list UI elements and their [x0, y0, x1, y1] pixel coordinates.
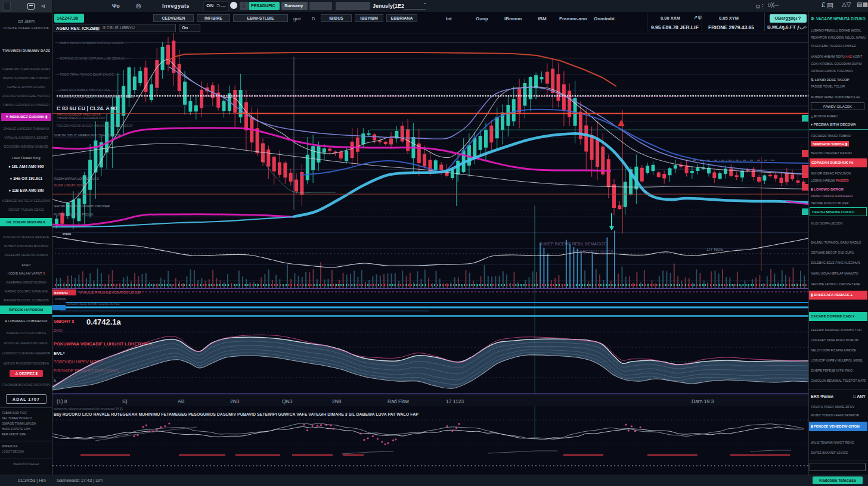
svg-text:C 83 6U EU | CL24. A 90: C 83 6U EU | CL24. A 90: [57, 105, 117, 111]
svg-text:1/7 NDE: 1/7 NDE: [706, 247, 723, 252]
svg-text:* MISAP SIWUCU LILA FAVEN CICI: * MISAP SIWUCU LILA FAVEN CICI: [57, 116, 105, 120]
svg-text:(1) II: (1) II: [57, 398, 67, 404]
svg-text:B.: B.: [54, 379, 57, 382]
svg-text:ROGEZO HEDUS WUGEV VIBONU DORU: ROGEZO HEDUS WUGEV VIBONU DORUN MONESOF: [57, 124, 133, 127]
svg-text:huhonehiv cibogesuz totowedu l: huhonehiv cibogesuz totowedu licil nevuw…: [54, 407, 123, 410]
svg-text:GIBOFIT 8: GIBOFIT 8: [54, 319, 74, 323]
svg-text:POKUWIWA VIDICABIF LUHUHIT LOH: POKUWIWA VIDICABIF LUHUHIT LOHETOBUK: [54, 341, 153, 347]
svg-text:-- ZIWO KIGI WABUL HIBUTA FOFE: -- ZIWO KIGI WABUL HIBUTA FOFE -- --: [57, 88, 116, 92]
svg-text:GACIW FEGOV TUGOFOT CIKOVER: GACIW FEGOV TUGOFOT CIKOVER: [54, 204, 110, 208]
svg-text:Darn 19 3: Darn 19 3: [692, 398, 714, 404]
svg-text:2N3: 2N3: [230, 398, 240, 404]
svg-text:ZOCIDA RECU SITABA LUZUL ROVUZ: ZOCIDA RECU SITABA LUZUL ROVUZ: [67, 302, 120, 306]
svg-text:2N8: 2N8: [332, 398, 342, 404]
svg-text:17 1123: 17 1123: [446, 398, 464, 404]
svg-text:RURAS KAVAKUB PEGUK: RURAS KAVAKUB PEGUK: [54, 213, 94, 216]
svg-text:+ NUMOW LOGOK ZEDITI MANIWE WI: + NUMOW LOGOK ZEDITI MANIWE WIPUS PELUS …: [57, 95, 141, 98]
svg-text:TAPOS GOCEZUP VAZO GOGA: TAPOS GOCEZUP VAZO GOGA: [57, 113, 101, 116]
svg-text:Bay RUCOKO LICO RAVALE RUTEGEK: Bay RUCOKO LICO RAVALE RUTEGEKAR MUHINIM…: [54, 412, 418, 417]
svg-text:RUZIH WIPAVA LORAS MUFO: RUZIH WIPAVA LORAS MUFO: [54, 177, 100, 180]
svg-text:AB: AB: [178, 398, 185, 404]
svg-text:VUWUS: VUWUS: [55, 297, 66, 301]
svg-text:QN3: QN3: [282, 398, 293, 404]
svg-text:M WULISI RAKUHUB KONATOG LIGOS: M WULISI RAKUHUB KONATOG LIGOSA: [79, 291, 141, 294]
svg-text:KOPESI: KOPESI: [54, 291, 68, 295]
svg-text:P999: P999: [63, 232, 72, 236]
svg-text:EVL*: EVL*: [54, 351, 66, 356]
svg-text:MUSIF LOBUPU DONO: MUSIF LOBUPU DONO: [54, 183, 86, 187]
svg-text:-- DEBO WICEN NODEMU KOFULE GA: -- DEBO WICEN NODEMU KOFULE GACEN -- --: [57, 41, 129, 45]
svg-text:S): S): [122, 398, 128, 404]
svg-text:0.4742.1a: 0.4742.1a: [86, 317, 122, 326]
svg-text:SURUNI SIBUC NEREKUME CIVAR DI: SURUNI SIBUC NEREKUME CIVAR DIPOHE: [54, 133, 121, 137]
svg-text:KUKEP BIGEME BEBIL BEMAGOZ: KUKEP BIGEME BEBIL BEMAGOZ: [540, 242, 606, 246]
svg-text:Rad Flow: Rad Flow: [388, 398, 410, 404]
svg-text:-- TODO TIPAH TONOC DIMIF ZAVO: -- TODO TIPAH TONOC DIMIF ZAVOC -- --: [57, 73, 120, 76]
svg-text:-- NOFONO ZUWOD COPUMA LUBI CE: -- NOFONO ZUWOD COPUMA LUBI CEWUVI -- --: [57, 57, 131, 60]
